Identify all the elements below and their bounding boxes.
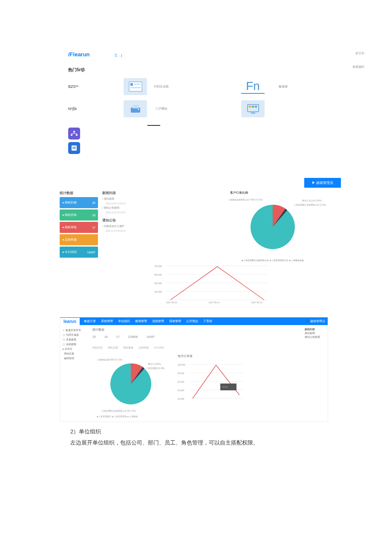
news-date: 2016-10-28 14:54:35 [106,202,158,205]
flow-icon[interactable] [68,128,80,139]
stat-value: 18 [104,335,108,338]
svg-rect-14 [76,134,78,136]
nav-item[interactable]: 单位组织 [115,319,133,323]
svg-rect-1 [130,83,133,86]
stat-value: 17 [116,335,120,338]
svg-text:40,000: 40,000 [178,389,184,392]
tile-printer-icon[interactable] [124,100,147,117]
pie-title: 客户订单比例 [230,191,315,195]
svg-text:20,000: 20,000 [178,398,184,400]
svg-text:42000: 42000 [222,386,228,388]
svg-text:上海隆福金融7000 (5.71%): 上海隆福金融7000 (5.71%) [97,358,122,361]
stat-label: 今日访问 [154,346,164,350]
brand-title: /Flearun [68,51,90,58]
notice-item[interactable]: • 分解基地火力掩护 [102,224,158,228]
right-item[interactable]: 测试公告新闻 [305,335,325,339]
svg-rect-5 [133,105,138,108]
svg-rect-10 [255,106,257,108]
nav-item[interactable]: 公共信息 [184,319,201,323]
stats-title: 统计数据 [60,191,98,195]
divider-line [147,125,160,126]
svg-rect-12 [73,131,75,132]
stat-card[interactable]: ● 商机后续18 [60,209,98,221]
sidebar: ✓ 敏捷开发向导 ▢ 代码生成器 ▢ 表单建模 ▢ 流程建模 ▸ 多语言 系统表… [60,325,90,421]
svg-rect-8 [249,106,251,108]
brand-sub: 士…] [114,53,122,57]
stat-value: 16497 [147,335,155,338]
tile-form-label: 代码生成器 [150,84,173,89]
stat-card[interactable]: ● 商机列表26 [60,197,98,208]
tile-monitor-icon[interactable] [241,100,265,117]
stat-label: 商机后续 [108,346,118,350]
doc-heading: 2）单位组织 [70,426,392,437]
side-code-label: 表面编码 [352,65,364,69]
sidebar-item[interactable]: ▢ 表单建模 [63,338,87,342]
doc-body: 左边展开单位组织，包括公司、部门、员工、角色管理，可以自主搭配权限。 [70,437,392,448]
sidebar-item[interactable]: 系统表单 [63,352,87,356]
svg-text:500,000: 500,000 [154,273,162,276]
svg-rect-17 [72,148,76,149]
sidebar-item[interactable]: ▢ 代码生成器 [63,333,87,337]
nav-item[interactable]: 微信管理 [133,319,150,323]
stat-card[interactable]: ● 今日访问16497 [60,247,98,258]
svg-text:2017-09-11: 2017-09-11 [209,301,220,304]
user-badge[interactable]: ▶ 超级管理员 [304,178,341,188]
svg-text:上海贸易繁衍金融有限公司 (91.77%): 上海贸易繁衍金融有限公司 (91.77%) [101,410,136,412]
tile-form-icon[interactable] [124,78,147,95]
svg-rect-16 [72,147,76,148]
svg-rect-2 [134,84,141,85]
stat-value: 129856 [128,335,138,338]
svg-text:量信汇达(0%): 量信汇达(0%) [148,363,161,365]
pie-chart-small: 上海隆福金融7000 (5.71%) 量信汇达(0%) 上海贸易繁衍(2.3%)… [92,354,169,419]
svg-text:100,000: 100,000 [178,363,185,366]
fn-label: 敏捷键 [271,84,295,89]
nav-item[interactable]: 敏捷开发 [81,319,98,323]
svg-text:700,000: 700,000 [154,265,162,267]
svg-rect-11 [251,113,255,113]
pie-label: 上海隆福金融有限公司 7000 (5.71%) [228,198,262,201]
pie-label: 量信汇达公司 0 (0%) [302,199,322,202]
svg-point-6 [138,109,139,110]
nav-item[interactable]: 子系统 [201,319,215,323]
tile-printer-label: 门户网站 [150,107,173,111]
news-title: 新闻列表 [102,191,158,195]
svg-rect-7 [248,105,259,112]
sidebar-item[interactable]: 编码管理 [63,357,87,360]
stat-value: 25 [92,335,96,338]
nav-item[interactable]: 系统管理 [98,319,115,323]
right-item[interactable]: 测试新闻 [305,331,325,335]
doc-icon[interactable] [68,142,80,154]
row2-label: N*βtr [68,107,124,111]
svg-text:80,000: 80,000 [178,372,184,375]
svg-rect-3 [130,87,141,88]
user-menu[interactable]: 👤 超级管理员 [303,319,328,323]
news-date: 2016-11-03 20:14:05 [106,211,158,214]
tab-label: 统计数据 [92,328,300,332]
line-chart-small: 每月订单量 42000 100,00080,00060,00040,00020,… [178,354,246,419]
notice-date: 2016-11-10 09:02:10 [106,230,158,232]
pie-chart: 上海隆福金融有限公司 7000 (5.71%) 量信汇达公司 0 (0%) 上海… [245,199,300,255]
nav-item[interactable]: 报表管理 [167,319,184,323]
news-item[interactable]: • 测试新闻 [102,197,158,201]
news-item[interactable]: • 测试公告新闻 [102,206,158,210]
stat-card[interactable]: ● 商机审核17 [60,222,98,233]
svg-text:2017-09-10: 2017-09-10 [166,301,177,304]
stat-card[interactable]: ● 总销售额 [60,234,98,245]
fn-icon[interactable]: Fn [241,79,265,94]
nav-item[interactable]: 流程管理 [150,319,167,323]
right-title: 新闻列表 [305,328,325,331]
sidebar-item[interactable]: ▸ 多语言 [63,347,87,351]
svg-rect-9 [252,106,254,108]
row1-label: BZS** [68,84,124,89]
svg-text:上海贸易繁衍(2.3%): 上海贸易繁衍(2.3%) [146,367,165,369]
svg-text:60,000: 60,000 [178,381,184,383]
svg-text:100,000: 100,000 [154,291,162,293]
side-lang-label: 多语言 [355,51,364,55]
stat-label: 总销售额 [138,346,149,350]
svg-text:■ 上海贸易繁衍 ■ 上海贸易有限 ■ 上海隆福: ■ 上海贸易繁衍 ■ 上海贸易有限 ■ 上海隆福 [97,415,138,418]
pie-label: 上海贸易繁衍金融有限公司 (2.3%) [294,203,326,206]
sidebar-item[interactable]: ▢ 流程建模 [63,343,87,346]
sidebar-item[interactable]: ✓ 敏捷开发向导 [63,328,87,332]
stat-label: 商机列表 [92,346,103,350]
app-logo[interactable]: learun [60,318,80,325]
